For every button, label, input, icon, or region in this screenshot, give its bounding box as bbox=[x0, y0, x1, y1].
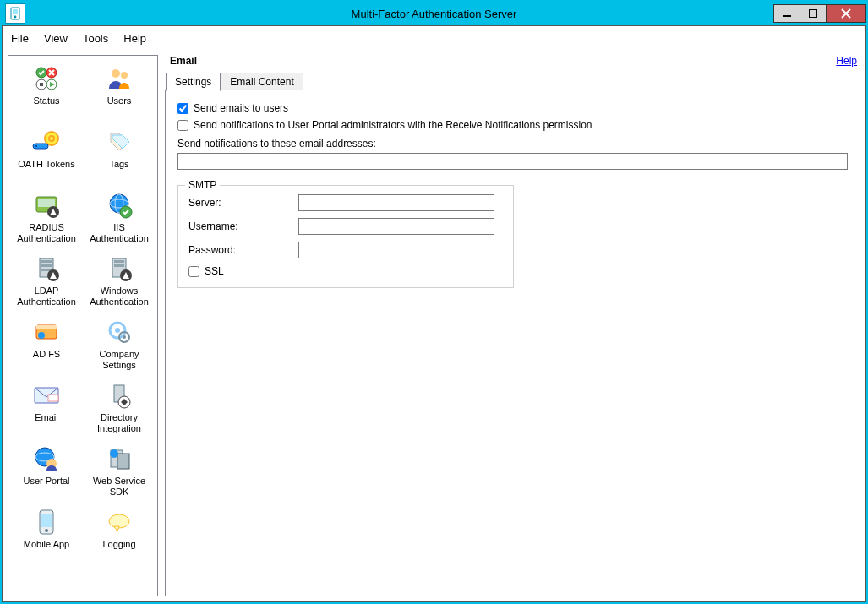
mobile-app-icon bbox=[31, 507, 62, 537]
svg-rect-32 bbox=[41, 264, 52, 267]
smtp-fieldset: SMTP Server: Username: bbox=[177, 185, 514, 288]
sidebar-item-ldap[interactable]: LDAP Authentication bbox=[10, 251, 83, 314]
help-link[interactable]: Help bbox=[836, 55, 857, 67]
oath-tokens-icon bbox=[31, 127, 62, 157]
sidebar-item-email[interactable]: Email bbox=[10, 378, 83, 441]
menu-file[interactable]: File bbox=[11, 32, 29, 45]
sidebar-item-label: Status bbox=[33, 95, 59, 106]
client-area: File View Tools Help Status Users OATH T… bbox=[2, 25, 866, 602]
user-portal-icon bbox=[31, 443, 62, 474]
sidebar-item-adfs[interactable]: AD FS bbox=[10, 314, 83, 378]
smtp-password-label: Password: bbox=[188, 244, 298, 256]
svg-rect-12 bbox=[40, 83, 43, 86]
sidebar-item-label: IIS Authentication bbox=[84, 222, 155, 244]
menu-view[interactable]: View bbox=[44, 32, 68, 45]
sidebar-item-windows-auth[interactable]: Windows Authentication bbox=[83, 251, 156, 314]
sidebar-item-company-settings[interactable]: Company Settings bbox=[83, 314, 156, 378]
adfs-icon bbox=[31, 317, 62, 347]
sidebar-item-users[interactable]: Users bbox=[83, 61, 156, 124]
sidebar-item-label: AD FS bbox=[33, 349, 60, 360]
sidebar-item-web-service-sdk[interactable]: Web Service SDK bbox=[83, 441, 156, 504]
sidebar-item-label: Logging bbox=[102, 539, 135, 550]
addresses-input[interactable] bbox=[177, 153, 848, 170]
svg-point-16 bbox=[121, 72, 128, 79]
titlebar: Multi-Factor Authentication Server bbox=[2, 2, 866, 25]
addresses-label: Send notifications to these email addres… bbox=[177, 138, 848, 150]
svg-point-61 bbox=[45, 529, 48, 532]
iis-auth-icon bbox=[104, 190, 134, 220]
main-header: Email Help bbox=[165, 55, 860, 72]
smtp-server-row: Server: bbox=[188, 194, 503, 211]
directory-integration-icon bbox=[104, 380, 134, 411]
email-icon bbox=[31, 380, 62, 411]
send-emails-row: Send emails to users bbox=[177, 102, 848, 114]
sidebar-item-user-portal[interactable]: User Portal bbox=[10, 441, 83, 504]
smtp-username-input[interactable] bbox=[298, 218, 494, 235]
section-title: Email bbox=[170, 55, 197, 67]
smtp-password-row: Password: bbox=[188, 242, 503, 258]
tab-area: Settings Email Content Send emails to us… bbox=[165, 90, 860, 596]
application-window: Multi-Factor Authentication Server File … bbox=[0, 0, 868, 604]
svg-rect-49 bbox=[48, 395, 58, 401]
sidebar-item-label: Email bbox=[35, 412, 58, 423]
sidebar-item-radius[interactable]: RADIUS Authentication bbox=[10, 188, 83, 251]
tabs: Settings Email Content bbox=[166, 73, 303, 90]
smtp-ssl-row: SSL bbox=[188, 265, 503, 277]
company-settings-icon bbox=[104, 317, 134, 347]
svg-point-15 bbox=[112, 69, 120, 78]
menu-help[interactable]: Help bbox=[123, 32, 146, 45]
svg-point-45 bbox=[115, 328, 120, 333]
smtp-password-input[interactable] bbox=[298, 242, 494, 258]
status-icon bbox=[31, 63, 62, 94]
sidebar-item-label: Windows Authentication bbox=[84, 286, 155, 307]
sidebar-item-logging[interactable]: Logging bbox=[83, 504, 156, 568]
tab-email-content[interactable]: Email Content bbox=[221, 73, 303, 90]
smtp-legend: SMTP bbox=[185, 179, 220, 191]
svg-point-43 bbox=[38, 332, 45, 339]
svg-rect-37 bbox=[114, 260, 124, 263]
smtp-ssl-label: SSL bbox=[205, 265, 224, 277]
tab-content-settings: Send emails to users Send notifications … bbox=[166, 90, 860, 300]
smtp-username-row: Username: bbox=[188, 218, 503, 235]
svg-point-17 bbox=[45, 132, 58, 145]
sidebar-item-label: Users bbox=[107, 95, 132, 106]
svg-rect-31 bbox=[41, 260, 52, 263]
window-title: Multi-Factor Authentication Server bbox=[2, 8, 866, 20]
svg-point-58 bbox=[110, 449, 118, 458]
sidebar-item-label: LDAP Authentication bbox=[11, 286, 82, 307]
tags-icon bbox=[104, 127, 134, 157]
send-emails-checkbox[interactable] bbox=[177, 103, 188, 114]
sidebar-item-iis[interactable]: IIS Authentication bbox=[83, 188, 156, 251]
sidebar-item-directory-integration[interactable]: Directory Integration bbox=[83, 378, 156, 441]
sidebar-item-mobile-app[interactable]: Mobile App bbox=[10, 504, 83, 568]
sidebar-item-label: OATH Tokens bbox=[18, 159, 74, 170]
windows-auth-icon bbox=[104, 253, 134, 284]
svg-point-47 bbox=[123, 335, 126, 339]
smtp-server-label: Server: bbox=[188, 197, 298, 209]
radius-auth-icon bbox=[31, 190, 62, 220]
svg-rect-60 bbox=[41, 514, 52, 527]
svg-rect-20 bbox=[35, 145, 37, 147]
sidebar-item-label: Web Service SDK bbox=[84, 476, 155, 498]
svg-rect-23 bbox=[38, 199, 55, 207]
sidebar: Status Users OATH Tokens Tags RADIUS Aut… bbox=[8, 55, 158, 596]
sidebar-item-status[interactable]: Status bbox=[10, 61, 83, 124]
sidebar-item-oath-tokens[interactable]: OATH Tokens bbox=[10, 124, 83, 188]
send-notifications-checkbox[interactable] bbox=[177, 120, 188, 131]
body: Status Users OATH Tokens Tags RADIUS Aut… bbox=[3, 52, 865, 601]
sidebar-item-label: User Portal bbox=[23, 476, 69, 487]
smtp-server-input[interactable] bbox=[298, 194, 494, 211]
sidebar-item-label: Directory Integration bbox=[84, 412, 155, 434]
sidebar-item-tags[interactable]: Tags bbox=[83, 124, 156, 188]
sidebar-item-label: Mobile App bbox=[24, 539, 69, 550]
smtp-username-label: Username: bbox=[188, 220, 298, 232]
tab-settings[interactable]: Settings bbox=[166, 73, 221, 91]
tabs-wrap: Settings Email Content Send emails to us… bbox=[165, 90, 860, 596]
menu-tools[interactable]: Tools bbox=[83, 32, 108, 45]
smtp-ssl-checkbox[interactable] bbox=[188, 266, 199, 277]
main-panel: Email Help Settings Email Content Send e… bbox=[165, 55, 860, 596]
sidebar-item-label: Company Settings bbox=[84, 349, 155, 371]
users-icon bbox=[104, 63, 134, 94]
web-service-sdk-icon bbox=[104, 443, 134, 474]
sidebar-item-label: Tags bbox=[109, 159, 128, 170]
